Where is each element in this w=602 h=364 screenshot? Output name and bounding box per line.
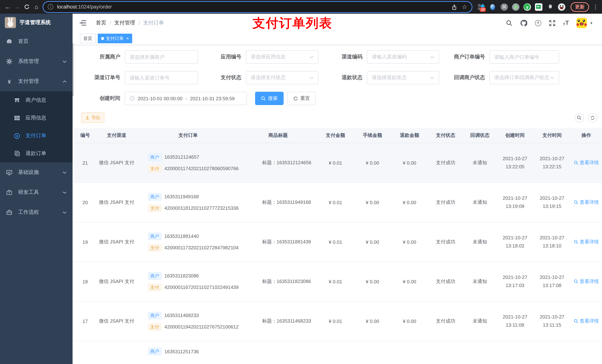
create-time-range-picker[interactable]: 2021-10-01 00:00:00 - 2021-10-31 23:59:5… <box>125 92 247 105</box>
tag-pay-order[interactable]: 支付订单 × <box>98 34 132 43</box>
extension-diamond-icon[interactable]: 10 <box>478 3 485 10</box>
extension-emoji-icon[interactable] <box>558 3 565 10</box>
table-row[interactable]: 21 微信 JSAPI 支付 商户1635312124657 支付4200001… <box>74 143 602 183</box>
field-label: 创建时间 <box>74 95 125 102</box>
browser-home-icon[interactable]: ⌂ <box>32 2 41 11</box>
sidebar-item-system[interactable]: 系统管理 <box>0 52 73 71</box>
sidebar: 芋道管理系统 首页 系统管理 ¥ 支付管理 <box>0 14 73 364</box>
dashboard-icon <box>6 39 12 44</box>
view-detail-link[interactable]: 查看详情 <box>574 239 599 245</box>
cell-status: 支付成功 <box>428 318 463 324</box>
app-logo[interactable]: 芋道管理系统 <box>0 14 73 31</box>
extension-command-icon[interactable]: ⌘ <box>501 3 508 10</box>
address-bar[interactable]: i localhost:1024/pay/order ☆ <box>43 2 472 12</box>
table-row[interactable]: 商户1635311251736 <box>74 341 602 364</box>
fullscreen-icon[interactable] <box>549 20 555 26</box>
refresh-table-button[interactable] <box>588 113 597 123</box>
site-info-icon[interactable]: i <box>48 4 53 10</box>
view-detail-link[interactable]: 查看详情 <box>574 199 599 206</box>
github-icon[interactable] <box>520 20 527 26</box>
chevron-down-icon <box>63 60 67 63</box>
toggle-search-button[interactable] <box>575 113 584 123</box>
table-grid-icon <box>14 115 20 121</box>
sidebar-scrollbar-thumb[interactable] <box>73 43 74 96</box>
sidebar-label: 首页 <box>18 38 29 45</box>
pay-status-select[interactable]: 请选择支付状态 <box>246 71 318 84</box>
notify-status-select[interactable]: 请选择订单回调商户状态 <box>489 71 559 84</box>
breadcrumb-pay[interactable]: 支付管理 <box>114 20 135 26</box>
extension-y-icon[interactable]: y <box>524 3 531 10</box>
extension-balloon-icon[interactable] <box>489 3 496 10</box>
cell-fee: ¥ 0.00 <box>354 279 391 284</box>
table-row[interactable]: 18 微信 JSAPI 支付 商户1635311823086 支付4200001… <box>74 262 602 302</box>
sidebar-item-pay[interactable]: ¥ 支付管理 <box>0 71 73 91</box>
chevron-down-icon <box>550 76 554 79</box>
breadcrumb-home[interactable]: 首页 <box>96 20 106 26</box>
merchant-tag: 商户 <box>148 272 161 280</box>
tag-close-icon[interactable]: × <box>126 36 129 41</box>
browser-toolbar: ← → ⌂ i localhost:1024/pay/order ☆ 10 ⌘ … <box>0 0 602 14</box>
sidebar-label: 工作流程 <box>18 209 39 216</box>
cell-channel: 微信 JSAPI 支付 <box>96 239 137 245</box>
cell-id: 19 <box>74 239 96 245</box>
sidebar-item-refund-order[interactable]: 退款订单 <box>0 145 73 162</box>
refresh-icon <box>590 115 595 120</box>
field-label: 应用编号 <box>198 54 246 60</box>
cell-created: 2021-10-2713:11:08 <box>496 313 534 329</box>
cell-refund: ¥ 0.00 <box>391 239 428 245</box>
search-icon[interactable] <box>506 20 512 26</box>
reset-button[interactable]: 重置 <box>287 92 316 105</box>
sidebar-item-home[interactable]: 首页 <box>0 31 73 52</box>
extension-status-icon[interactable] <box>512 3 519 10</box>
table-toolbar: 导出 <box>74 113 602 123</box>
cell-created: 2021-10-2713:18:02 <box>496 234 534 250</box>
channel-code-select[interactable]: 请输入渠道编码 <box>367 50 439 64</box>
view-detail-link[interactable]: 查看详情 <box>574 159 599 166</box>
refund-status-select[interactable]: 请选择退款状态 <box>367 71 439 84</box>
extension-chat-icon[interactable] <box>535 3 542 10</box>
view-detail-link[interactable]: 查看详情 <box>574 318 599 324</box>
browser-back-icon[interactable]: ← <box>4 2 12 11</box>
bookmark-star-icon[interactable]: ☆ <box>462 3 467 10</box>
table-row[interactable]: 20 微信 JSAPI 支付 商户1635311949168 支付4200001… <box>74 183 602 222</box>
url-host: localhost <box>57 4 77 10</box>
font-size-icon[interactable]: TT <box>563 20 569 26</box>
avatar-caret-icon[interactable]: ▾ <box>590 21 592 25</box>
sidebar-item-dev-tools[interactable]: 研发工具 <box>0 182 73 202</box>
chevron-down-icon <box>63 211 67 214</box>
share-icon[interactable] <box>452 4 457 10</box>
browser-menu-icon[interactable]: ⋮ <box>593 3 598 10</box>
extensions-puzzle-icon[interactable] <box>547 3 554 10</box>
user-avatar[interactable] <box>577 18 587 28</box>
search-icon <box>574 200 578 205</box>
sidebar-item-merchant-info[interactable]: 商户信息 <box>0 91 73 109</box>
sidebar-item-app-info[interactable]: 应用信息 <box>0 109 73 127</box>
merchant-select-input[interactable] <box>125 50 198 64</box>
browser-forward-icon[interactable]: → <box>13 2 22 11</box>
sidebar-scrollbar[interactable] <box>73 14 74 364</box>
refresh-icon <box>293 96 298 101</box>
browser-reload-icon[interactable] <box>23 2 31 11</box>
view-detail-link[interactable]: 查看详情 <box>574 278 599 285</box>
app-id-select[interactable]: 请选择应用信息 <box>246 50 318 64</box>
sidebar-item-infra[interactable]: 基础设施 <box>0 162 73 182</box>
tags-view: 首页 支付订单 × <box>74 32 602 45</box>
search-button[interactable]: 搜索 <box>255 92 284 105</box>
sidebar-label: 应用信息 <box>26 115 46 121</box>
cell-amount: ¥ 0.01 <box>317 239 354 245</box>
cell-paid: 2021-10-2713:19:15 <box>534 194 570 210</box>
sidebar-item-pay-order[interactable]: ¥ 支付订单 <box>0 127 73 145</box>
collapse-sidebar-icon[interactable] <box>80 20 86 26</box>
tag-home[interactable]: 首页 <box>80 34 96 43</box>
merchant-order-no-input[interactable] <box>489 50 559 64</box>
gear-icon <box>6 58 12 64</box>
table-row[interactable]: 17 微信 JSAPI 支付 商户1635311468233 支付4200001… <box>74 302 602 341</box>
sidebar-item-workflow[interactable]: 工作流程 <box>0 202 73 222</box>
date-end: 2021-10-31 23:59:59 <box>190 96 235 101</box>
export-button[interactable]: 导出 <box>81 113 104 123</box>
table-row[interactable]: 19 微信 JSAPI 支付 商户1635311881440 支付4200001… <box>74 222 602 262</box>
cell-amount: ¥ 0.01 <box>317 279 354 284</box>
browser-update-button[interactable]: 更新 <box>570 2 589 12</box>
channel-order-no-input[interactable] <box>125 71 198 84</box>
help-icon[interactable]: ? <box>535 20 541 26</box>
